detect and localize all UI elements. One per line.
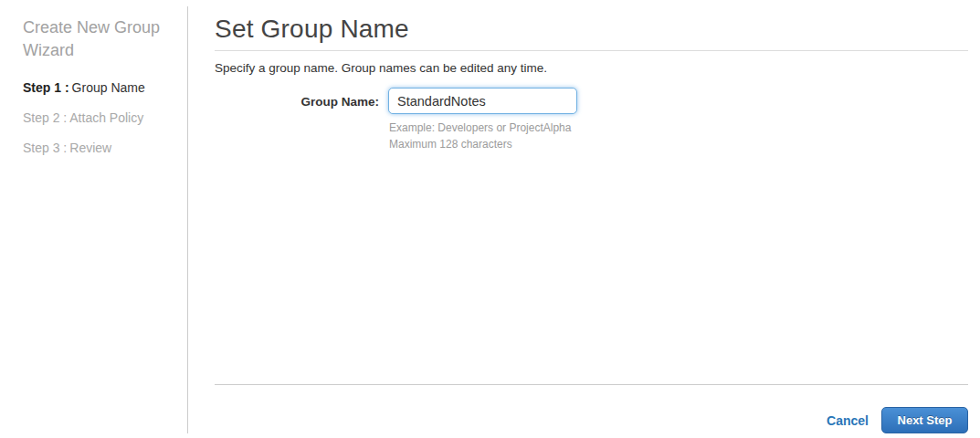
group-name-hint-max: Maximum 128 characters bbox=[389, 136, 577, 152]
cancel-button[interactable]: Cancel bbox=[827, 413, 869, 428]
page-title: Set Group Name bbox=[215, 15, 409, 44]
step-label: Attach Policy bbox=[69, 110, 143, 125]
step-prefix: Step 2 : bbox=[23, 110, 67, 125]
group-name-field: Example: Developers or ProjectAlpha Maxi… bbox=[388, 88, 577, 152]
wizard-step-attach-policy: Step 2 :Attach Policy bbox=[23, 111, 176, 124]
wizard-steps: Step 1 :Group Name Step 2 :Attach Policy… bbox=[23, 81, 176, 154]
step-label: Group Name bbox=[72, 80, 145, 95]
footer-divider bbox=[215, 384, 968, 385]
step-prefix: Step 3 : bbox=[23, 141, 67, 155]
step-prefix: Step 1 : bbox=[23, 80, 69, 95]
title-divider bbox=[215, 50, 968, 51]
step-label: Review bbox=[69, 141, 111, 155]
wizard-step-review: Step 3 :Review bbox=[23, 141, 176, 154]
group-name-input[interactable] bbox=[388, 88, 577, 114]
wizard-title: Create New Group Wizard bbox=[23, 16, 176, 62]
next-step-button[interactable]: Next Step bbox=[881, 407, 968, 433]
page-description: Specify a group name. Group names can be… bbox=[215, 61, 547, 75]
sidebar-divider bbox=[187, 6, 188, 433]
group-name-hint-example: Example: Developers or ProjectAlpha bbox=[389, 120, 577, 136]
wizard-footer: Cancel Next Step bbox=[827, 407, 968, 433]
create-group-wizard-page: Create New Group Wizard Step 1 :Group Na… bbox=[0, 0, 980, 438]
wizard-step-group-name: Step 1 :Group Name bbox=[23, 81, 176, 94]
wizard-sidebar: Create New Group Wizard Step 1 :Group Na… bbox=[23, 16, 176, 172]
group-name-label: Group Name: bbox=[215, 88, 379, 109]
main-content: Set Group Name Specify a group name. Gro… bbox=[215, 0, 968, 438]
group-name-form-row: Group Name: Example: Developers or Proje… bbox=[215, 88, 577, 152]
